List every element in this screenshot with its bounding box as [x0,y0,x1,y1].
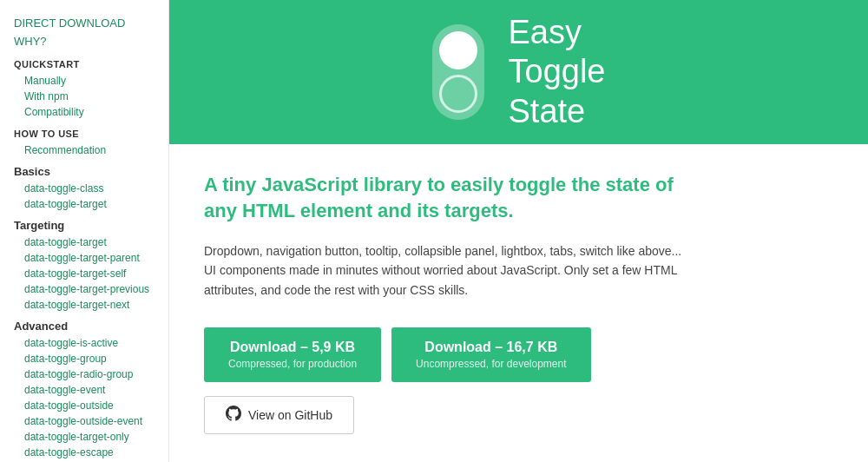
description-line1: Dropdown, navigation button, tooltip, co… [204,244,681,258]
sidebar-item-data-toggle-target-only[interactable]: data-toggle-target-only [0,429,168,445]
sidebar-item-data-toggle-target-2[interactable]: data-toggle-target [0,234,168,250]
main-description: Dropdown, navigation button, tooltip, co… [204,241,707,300]
sidebar-category-basics: Basics [0,158,168,181]
sidebar-item-data-toggle-target-previous[interactable]: data-toggle-target-previous [0,281,168,297]
download-compressed-button[interactable]: Download – 5,9 KB Compressed, for produc… [204,327,381,382]
sidebar-item-why[interactable]: WHY? [0,32,168,50]
download-uncompressed-sublabel: Uncompressed, for development [416,358,566,370]
sidebar-item-data-toggle-target-parent[interactable]: data-toggle-target-parent [0,250,168,266]
github-label: View on GitHub [248,408,332,422]
sidebar-item-data-toggle-target-1[interactable]: data-toggle-target [0,196,168,212]
hero-banner: Easy Toggle State [169,0,868,144]
sidebar-item-direct-download[interactable]: DIRECT DOWNLOAD [0,14,168,32]
download-uncompressed-label: Download – 16,7 KB [416,340,566,355]
main-tagline: A tiny JavaScript library to easily togg… [204,172,690,223]
sidebar-item-npm[interactable]: With npm [0,89,168,104]
sidebar-item-data-toggle-escape[interactable]: data-toggle-escape [0,445,168,460]
github-button[interactable]: View on GitHub [204,396,354,434]
sidebar-item-data-toggle-radio-group[interactable]: data-toggle-radio-group [0,366,168,382]
sidebar-item-data-toggle-is-active[interactable]: data-toggle-is-active [0,335,168,351]
sidebar-item-data-toggle-target-next[interactable]: data-toggle-target-next [0,297,168,313]
toggle-circle-bottom [439,75,477,113]
download-buttons: Download – 5,9 KB Compressed, for produc… [204,327,833,382]
sidebar-item-data-toggle-target-self[interactable]: data-toggle-target-self [0,266,168,281]
sidebar-item-compatibility[interactable]: Compatibility [0,104,168,120]
toggle-circle-top [439,31,477,69]
sidebar: DIRECT DOWNLOAD WHY? QUICKSTART Manually… [0,0,169,462]
toggle-icon [432,24,484,120]
sidebar-category-targeting: Targeting [0,212,168,234]
content-area: A tiny JavaScript library to easily togg… [169,144,868,462]
github-icon [226,406,241,425]
download-compressed-sublabel: Compressed, for production [228,358,357,370]
main-content: Easy Toggle State A tiny JavaScript libr… [169,0,868,462]
sidebar-category-advanced: Advanced [0,313,168,335]
description-line2: UI components made in minutes without wo… [204,263,677,296]
download-compressed-label: Download – 5,9 KB [228,340,357,355]
sidebar-item-recommendation[interactable]: Recommendation [0,142,168,158]
sidebar-item-data-toggle-group[interactable]: data-toggle-group [0,351,168,366]
sidebar-item-data-toggle-outside-event[interactable]: data-toggle-outside-event [0,413,168,429]
sidebar-item-data-toggle-class[interactable]: data-toggle-class [0,181,168,196]
sidebar-section-how-to-use: HOW TO USE [0,120,168,142]
sidebar-section-quickstart: QUICKSTART [0,50,168,73]
sidebar-item-data-toggle-event[interactable]: data-toggle-event [0,382,168,398]
hero-title: Easy Toggle State [509,13,606,132]
sidebar-item-manually[interactable]: Manually [0,73,168,89]
sidebar-item-data-toggle-outside[interactable]: data-toggle-outside [0,398,168,413]
download-uncompressed-button[interactable]: Download – 16,7 KB Uncompressed, for dev… [391,327,590,382]
